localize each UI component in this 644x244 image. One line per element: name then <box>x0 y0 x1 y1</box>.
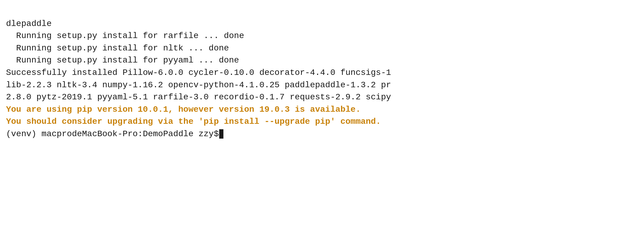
terminal-line-6: 2.8.0 pytz-2019.1 pyyaml-5.1 rarfile-3.0… <box>6 91 638 104</box>
terminal-line-9: (venv) macprodeMacBook-Pro:DemoPaddle zz… <box>6 128 638 140</box>
terminal-cursor <box>219 129 223 139</box>
terminal-line-0: dlepaddle <box>6 18 638 30</box>
terminal-line-5: lib-2.2.3 nltk-3.4 numpy-1.16.2 opencv-p… <box>6 79 638 92</box>
terminal-line-7: You are using pip version 10.0.1, howeve… <box>6 104 638 116</box>
terminal-line-1: Running setup.py install for rarfile ...… <box>6 30 638 42</box>
terminal-line-4: Successfully installed Pillow-6.0.0 cycl… <box>6 67 638 79</box>
terminal-line-8: You should consider upgrading via the 'p… <box>6 116 638 128</box>
terminal-line-2: Running setup.py install for nltk ... do… <box>6 42 638 55</box>
terminal-line-3: Running setup.py install for pyyaml ... … <box>6 54 638 67</box>
terminal-output: dlepaddle Running setup.py install for r… <box>6 5 638 140</box>
